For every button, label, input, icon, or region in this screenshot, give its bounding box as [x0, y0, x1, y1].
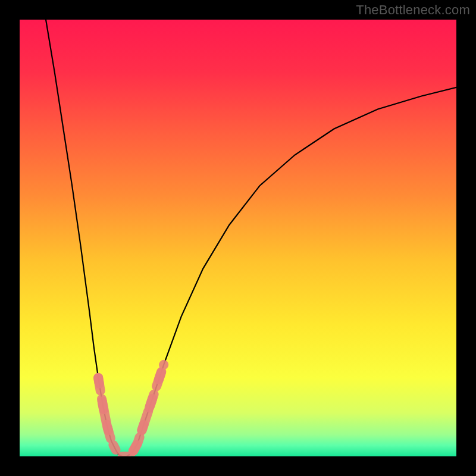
curves-layer [20, 20, 456, 456]
watermark-text: TheBottleneck.com [356, 2, 470, 18]
plot-area [20, 20, 456, 456]
left-curve [46, 20, 122, 456]
chart-frame: TheBottleneck.com [0, 0, 476, 476]
salmon-highlight-left [98, 378, 115, 450]
right-curve [127, 87, 456, 456]
